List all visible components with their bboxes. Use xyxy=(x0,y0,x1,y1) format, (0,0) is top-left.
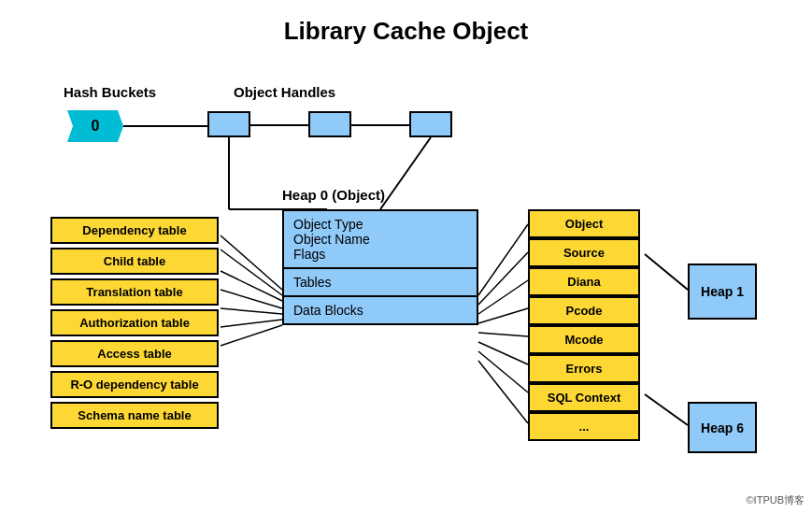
svg-line-11 xyxy=(478,308,528,323)
svg-line-7 xyxy=(221,325,282,346)
svg-line-6 xyxy=(221,320,282,327)
svg-line-2 xyxy=(221,249,282,295)
svg-line-0 xyxy=(380,137,431,209)
svg-line-1 xyxy=(221,235,282,290)
translation-table: Translation table xyxy=(50,278,219,306)
connector-line-1 xyxy=(123,125,207,127)
authorization-table: Authorization table xyxy=(50,309,219,336)
svg-line-9 xyxy=(478,252,528,305)
ro-dependency-table: R-O dependency table xyxy=(50,371,219,398)
svg-line-16 xyxy=(645,254,688,290)
main-container: Library Cache Object Hash Buckets Object… xyxy=(0,0,812,513)
handle-box-3 xyxy=(409,111,452,137)
child-table: Child table xyxy=(50,248,219,275)
right-dots: ... xyxy=(528,412,640,441)
dependency-table: Dependency table xyxy=(50,217,219,244)
copyright: ©ITPUB博客 xyxy=(747,493,805,507)
schema-name-table: Schema name table xyxy=(50,402,219,429)
heap1-box: Heap 1 xyxy=(688,264,757,320)
object-handles-label: Object Handles xyxy=(234,84,335,100)
page-title: Library Cache Object xyxy=(0,0,812,46)
right-errors: Errors xyxy=(528,354,640,383)
svg-line-10 xyxy=(478,280,528,314)
right-object: Object xyxy=(528,209,640,238)
heap6-box: Heap 6 xyxy=(688,402,757,453)
right-pcode: Pcode xyxy=(528,296,640,325)
svg-line-12 xyxy=(478,333,528,336)
heap0-section-1: Object TypeObject NameFlags xyxy=(284,211,477,269)
svg-line-17 xyxy=(645,394,688,425)
hash-bucket-shape: 0 xyxy=(67,110,123,142)
heap0-label: Heap 0 (Object) xyxy=(282,187,385,203)
right-column: Object Source Diana Pcode Mcode Errors S… xyxy=(528,209,640,441)
svg-line-15 xyxy=(478,361,528,423)
right-source: Source xyxy=(528,238,640,267)
access-table: Access table xyxy=(50,340,219,367)
right-mcode: Mcode xyxy=(528,325,640,354)
hash-buckets-label: Hash Buckets xyxy=(64,84,156,100)
connector-line-2 xyxy=(250,124,308,126)
svg-line-3 xyxy=(221,271,282,301)
heap0-section-3: Data Blocks xyxy=(284,297,477,323)
svg-line-13 xyxy=(478,342,528,364)
svg-line-5 xyxy=(221,308,282,314)
connector-line-3 xyxy=(351,124,409,126)
svg-line-14 xyxy=(478,351,528,392)
right-sqlcontext: SQL Context xyxy=(528,383,640,412)
handle-box-1 xyxy=(207,111,250,137)
svg-line-4 xyxy=(221,290,282,308)
right-diana: Diana xyxy=(528,267,640,296)
heap0-section-2: Tables xyxy=(284,269,477,297)
left-tables: Dependency table Child table Translation… xyxy=(50,217,219,429)
svg-line-8 xyxy=(478,224,528,295)
heap0-box: Object TypeObject NameFlags Tables Data … xyxy=(282,209,478,325)
handle-box-2 xyxy=(308,111,351,137)
